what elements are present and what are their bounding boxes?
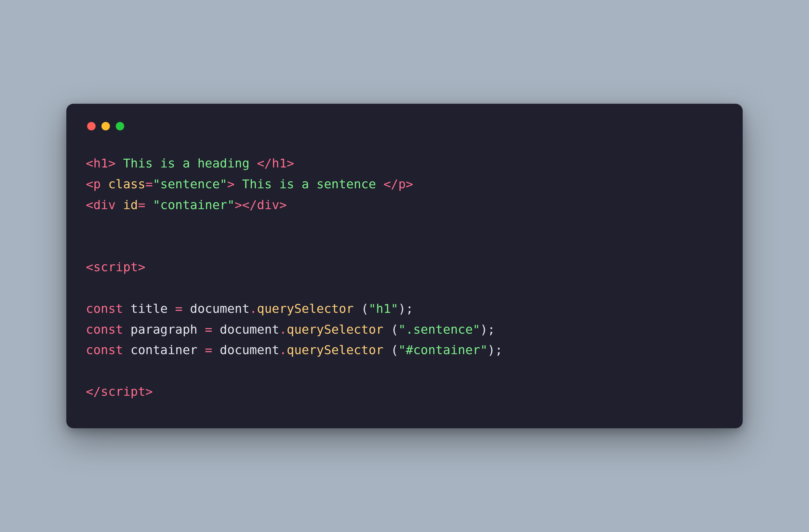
code-token-ident: [383, 322, 391, 337]
code-line: <p class="sentence"> This is a sentence …: [86, 177, 413, 191]
code-token-attr: class: [108, 177, 145, 191]
window-close-dot[interactable]: [87, 122, 96, 131]
code-token-eq: =: [205, 343, 212, 357]
code-token-ident: [123, 302, 131, 316]
code-token-ident: container: [131, 343, 197, 357]
code-token-kw: const: [86, 343, 123, 357]
code-token-punc: (: [391, 322, 398, 337]
code-token-ident: [354, 302, 361, 316]
code-token-tag: h1: [272, 156, 287, 170]
code-token-tag: div: [93, 198, 116, 212]
code-token-punc: (: [361, 302, 369, 316]
code-token-ident: [123, 322, 131, 337]
code-token-angle: </: [257, 156, 272, 170]
code-token-dot: .: [279, 343, 287, 357]
code-token-tag: p: [398, 177, 406, 191]
code-token-punc: ): [398, 302, 406, 316]
code-token-angle: >: [235, 198, 242, 212]
code-token-angle: </: [383, 177, 398, 191]
code-line: const title = document.querySelector ("h…: [86, 302, 413, 316]
code-token-ident: [123, 343, 131, 357]
code-token-method: querySelector: [257, 302, 354, 316]
code-token-ident: [183, 302, 190, 316]
code-token-ident: [116, 198, 123, 212]
code-token-punc: (: [391, 343, 398, 357]
code-token-eq: =: [175, 302, 183, 316]
code-token-prop: document: [220, 343, 279, 357]
code-line: <div id= "container"></div>: [86, 198, 287, 212]
code-token-angle: >: [108, 156, 116, 170]
code-token-str: "sentence": [153, 177, 227, 191]
code-token-tag: p: [93, 177, 101, 191]
code-token-prop: document: [220, 322, 279, 337]
code-line: <h1> This is a heading </h1>: [86, 156, 294, 170]
code-token-angle: </: [242, 198, 257, 212]
code-block[interactable]: <h1> This is a heading </h1> <p class="s…: [86, 153, 723, 402]
code-token-angle: </: [86, 384, 101, 399]
code-token-tag: h1: [93, 156, 108, 170]
code-token-prop: document: [190, 302, 249, 316]
window-maximize-dot[interactable]: [116, 122, 124, 131]
code-token-angle: <: [86, 260, 93, 274]
code-token-str: "h1": [368, 302, 398, 316]
code-token-dot: .: [249, 302, 257, 316]
code-token-angle: >: [227, 177, 235, 191]
code-token-ident: [145, 198, 153, 212]
code-token-tag: script: [101, 384, 145, 399]
code-token-punc: ;: [495, 343, 502, 357]
code-token-str: "container": [153, 198, 235, 212]
code-token-method: querySelector: [287, 343, 383, 357]
code-token-punc: ): [480, 322, 488, 337]
code-token-punc: ): [488, 343, 495, 357]
code-token-ident: [212, 322, 220, 337]
window-titlebar: [86, 122, 723, 131]
code-token-angle: >: [287, 156, 294, 170]
code-token-ident: [101, 177, 108, 191]
code-token-str: ".sentence": [398, 322, 480, 337]
code-token-punc: ;: [406, 302, 413, 316]
code-token-angle: <: [86, 177, 93, 191]
code-token-attr: id: [123, 198, 138, 212]
code-token-text: This is a sentence: [235, 177, 384, 191]
code-token-angle: >: [406, 177, 413, 191]
code-token-ident: [168, 302, 175, 316]
code-line: <script>: [86, 260, 145, 274]
code-token-ident: [383, 343, 391, 357]
code-token-eq: =: [145, 177, 153, 191]
code-token-tag: div: [257, 198, 279, 212]
code-token-ident: [212, 343, 220, 357]
code-token-angle: <: [86, 198, 93, 212]
code-token-angle: >: [279, 198, 287, 212]
code-token-ident: [197, 322, 205, 337]
code-token-punc: ;: [488, 322, 495, 337]
code-token-angle: <: [86, 156, 93, 170]
code-editor-window: <h1> This is a heading </h1> <p class="s…: [66, 104, 743, 428]
code-token-angle: >: [145, 384, 153, 399]
code-token-text: This is a heading: [116, 156, 257, 170]
code-token-kw: const: [86, 302, 123, 316]
code-token-angle: >: [138, 260, 145, 274]
code-token-eq: =: [138, 198, 145, 212]
code-line: const container = document.querySelector…: [86, 343, 502, 357]
code-line: </script>: [86, 384, 153, 399]
code-token-method: querySelector: [287, 322, 383, 337]
code-token-ident: paragraph: [131, 322, 197, 337]
code-token-tag: script: [93, 260, 138, 274]
code-token-dot: .: [279, 322, 287, 337]
window-minimize-dot[interactable]: [101, 122, 110, 131]
code-token-str: "#container": [398, 343, 488, 357]
code-token-ident: [197, 343, 205, 357]
code-line: const paragraph = document.querySelector…: [86, 322, 495, 337]
code-token-kw: const: [86, 322, 123, 337]
code-token-ident: title: [131, 302, 168, 316]
code-token-eq: =: [205, 322, 212, 337]
